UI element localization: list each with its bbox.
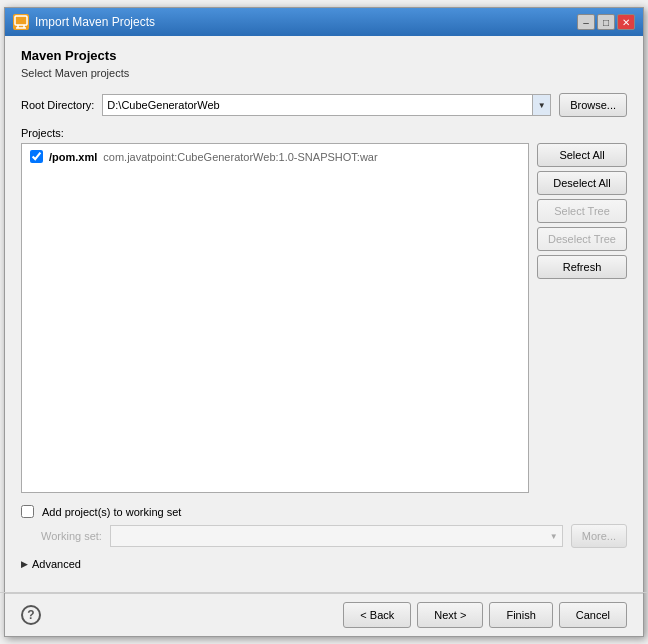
section-subtitle: Select Maven projects	[21, 67, 627, 79]
working-set-field-row: Working set: ▼ More...	[21, 524, 627, 548]
root-directory-label: Root Directory:	[21, 99, 94, 111]
help-button[interactable]: ?	[21, 605, 41, 625]
root-directory-value: D:\CubeGeneratorWeb	[103, 99, 532, 111]
main-window: Import Maven Projects – □ ✕ Maven Projec…	[4, 7, 644, 637]
project-pom-label: /pom.xml	[49, 151, 97, 163]
project-artifact-label: com.javatpoint:CubeGeneratorWeb:1.0-SNAP…	[103, 151, 377, 163]
projects-label: Projects:	[21, 127, 627, 139]
title-buttons: – □ ✕	[577, 14, 635, 30]
select-tree-button[interactable]: Select Tree	[537, 199, 627, 223]
window-title: Import Maven Projects	[35, 15, 155, 29]
maximize-button[interactable]: □	[597, 14, 615, 30]
working-set-row: Add project(s) to working set	[21, 505, 627, 518]
section-title: Maven Projects	[21, 48, 627, 63]
projects-area: /pom.xml com.javatpoint:CubeGeneratorWeb…	[21, 143, 627, 493]
window-icon	[13, 14, 29, 30]
next-button[interactable]: Next >	[417, 602, 483, 628]
title-bar-left: Import Maven Projects	[13, 14, 155, 30]
back-button[interactable]: < Back	[343, 602, 411, 628]
more-button[interactable]: More...	[571, 524, 627, 548]
browse-button[interactable]: Browse...	[559, 93, 627, 117]
footer: ? < Back Next > Finish Cancel	[5, 593, 643, 636]
root-directory-input[interactable]: D:\CubeGeneratorWeb ▼	[102, 94, 551, 116]
deselect-all-button[interactable]: Deselect All	[537, 171, 627, 195]
working-set-checkbox[interactable]	[21, 505, 34, 518]
advanced-row[interactable]: ▶ Advanced	[21, 558, 627, 570]
minimize-button[interactable]: –	[577, 14, 595, 30]
svg-rect-0	[15, 16, 27, 25]
finish-button[interactable]: Finish	[489, 602, 552, 628]
cancel-button[interactable]: Cancel	[559, 602, 627, 628]
close-button[interactable]: ✕	[617, 14, 635, 30]
side-buttons: Select All Deselect All Select Tree Dese…	[537, 143, 627, 493]
footer-buttons: < Back Next > Finish Cancel	[343, 602, 627, 628]
project-checkbox[interactable]	[30, 150, 43, 163]
working-set-label: Add project(s) to working set	[42, 506, 181, 518]
root-directory-row: Root Directory: D:\CubeGeneratorWeb ▼ Br…	[21, 93, 627, 117]
working-set-dropdown-arrow: ▼	[550, 532, 558, 541]
projects-list[interactable]: /pom.xml com.javatpoint:CubeGeneratorWeb…	[21, 143, 529, 493]
refresh-button[interactable]: Refresh	[537, 255, 627, 279]
list-item: /pom.xml com.javatpoint:CubeGeneratorWeb…	[26, 148, 524, 165]
advanced-arrow-icon: ▶	[21, 559, 28, 569]
select-all-button[interactable]: Select All	[537, 143, 627, 167]
title-bar: Import Maven Projects – □ ✕	[5, 8, 643, 36]
root-directory-dropdown-arrow[interactable]: ▼	[532, 95, 550, 115]
advanced-label[interactable]: Advanced	[32, 558, 81, 570]
deselect-tree-button[interactable]: Deselect Tree	[537, 227, 627, 251]
dialog-content: Maven Projects Select Maven projects Roo…	[5, 36, 643, 592]
working-set-dropdown[interactable]: ▼	[110, 525, 563, 547]
working-set-field-label: Working set:	[41, 530, 102, 542]
